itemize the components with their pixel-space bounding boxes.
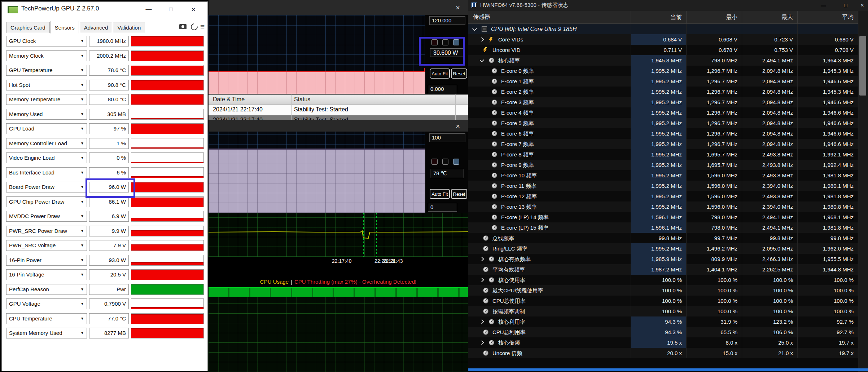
hwinfo-row[interactable]: E-core (LP) 15 频率1,596.1 MHz798.0 MHz2,4… [468, 222, 858, 233]
sensor-select[interactable]: MVDDC Power Draw▼ [6, 211, 87, 222]
log-row[interactable]: 2024/1/21 22:17:40 Stability Test: Start… [209, 105, 468, 115]
sensor-select[interactable]: System Memory Used▼ [6, 328, 87, 338]
hwinfo-row[interactable]: CPU总使用率100.0 %100.0 %100.0 %100.0 % [468, 296, 858, 306]
sensor-select[interactable]: 16-Pin Voltage▼ [6, 269, 87, 280]
hwinfo-row[interactable]: P-core 9 频率1,995.2 MHz1,695.7 MHz2,493.8… [468, 160, 858, 170]
sensor-select[interactable]: GPU Clock▼ [6, 36, 87, 46]
chevron-right-icon[interactable] [479, 278, 484, 282]
column-max[interactable]: 最大 [742, 11, 797, 24]
scrollbar-thumb[interactable] [859, 36, 866, 96]
series-color-swatch[interactable] [431, 159, 438, 165]
series-color-swatch[interactable] [453, 159, 459, 165]
sensor-select[interactable]: Memory Controller Load▼ [6, 138, 87, 149]
hwinfo-row[interactable]: Uncore 倍频20.0 x15.0 x21.0 x19.7 x [468, 348, 858, 358]
annotation-box-cpu-power [419, 37, 465, 66]
autofit-button[interactable]: Auto Fit [430, 189, 450, 199]
hwinfo-row[interactable]: Core VIDs0.684 V0.608 V0.723 V0.680 V [468, 34, 858, 45]
hwinfo-row[interactable]: E-core 6 频率1,995.2 MHz1,296.7 MHz2,094.8… [468, 128, 858, 139]
hwinfo-row[interactable]: CPU [#0]: Intel Core Ultra 9 185H [468, 24, 858, 34]
chevron-right-icon[interactable] [479, 340, 484, 345]
sensor-select[interactable]: Memory Clock▼ [6, 50, 87, 61]
hwinfo-row[interactable]: 核心利用率94.3 %31.9 %123.2 %92.7 % [468, 316, 858, 327]
series-color-swatch[interactable] [442, 159, 448, 165]
power-graph-titlebar[interactable]: × [209, 0, 468, 15]
sensor-select[interactable]: GPU Load▼ [6, 123, 87, 134]
column-average[interactable]: 平均 [797, 11, 858, 24]
hwinfo-row[interactable]: 按需频率调制100.0 %100.0 %100.0 %100.0 % [468, 306, 858, 316]
hwinfo-row[interactable]: E-core 0 频率1,995.2 MHz1,296.7 MHz2,094.8… [468, 66, 858, 76]
sensor-select[interactable]: GPU Chip Power Draw▼ [6, 196, 87, 207]
minimize-button[interactable]: — [819, 1, 828, 10]
hwinfo-row[interactable]: P-core 13 频率1,995.2 MHz1,596.0 MHz2,394.… [468, 201, 858, 212]
hwinfo-row[interactable]: P-core 8 频率1,995.2 MHz1,695.7 MHz2,493.8… [468, 149, 858, 160]
maximize-button[interactable]: □ [841, 1, 850, 10]
hwinfo-row[interactable]: 最大CPU/线程使用率100.0 %100.0 %100.0 %100.0 % [468, 285, 858, 296]
hwinfo-row[interactable]: P-core 11 频率1,995.2 MHz1,596.0 MHz2,394.… [468, 181, 858, 191]
hwinfo-row[interactable]: P-core 10 频率1,995.2 MHz1,596.0 MHz2,493.… [468, 170, 858, 181]
sensor-select[interactable]: Hot Spot▼ [6, 80, 87, 90]
temp-graph-titlebar[interactable]: × [209, 120, 468, 132]
hwinfo-row[interactable]: E-core (LP) 14 频率1,596.1 MHz798.0 MHz2,4… [468, 212, 858, 222]
sensor-select[interactable]: CPU Temperature▼ [6, 313, 87, 324]
hwinfo-row[interactable]: P-core 12 频率1,995.2 MHz1,596.0 MHz2,493.… [468, 191, 858, 201]
hwinfo-row[interactable]: E-core 4 频率1,995.2 MHz1,296.7 MHz2,094.8… [468, 107, 858, 118]
sensor-select[interactable]: Board Power Draw▼ [6, 182, 87, 192]
sensor-select[interactable]: PerfCap Reason▼ [6, 284, 87, 295]
gauge-icon [492, 183, 497, 189]
hwinfo-row[interactable]: E-core 3 频率1,995.2 MHz1,296.7 MHz2,094.8… [468, 97, 858, 107]
gauge-icon [483, 329, 488, 335]
max-value: 2,394.0 MHz [742, 181, 797, 191]
close-icon[interactable]: × [453, 121, 463, 131]
column-min[interactable]: 最小 [686, 11, 742, 24]
sensor-select[interactable]: PWR_SRC Voltage▼ [6, 240, 87, 251]
close-button[interactable]: × [858, 1, 867, 10]
hwinfo-row[interactable]: Ring/LLC 频率1,995.2 MHz1,496.2 MHz2,095.0… [468, 243, 858, 254]
scale-max-input[interactable]: 100 [429, 133, 465, 142]
chevron-right-icon[interactable] [479, 319, 484, 324]
reset-button[interactable]: Reset [451, 189, 467, 199]
hwinfo-row[interactable]: 核心倍频19.5 x8.0 x25.0 x19.7 x [468, 337, 858, 348]
tab-sensors[interactable]: Sensors [51, 21, 79, 34]
hwinfo-row[interactable]: E-core 1 频率1,995.2 MHz1,296.7 MHz2,094.8… [468, 76, 858, 87]
sensor-select[interactable]: Memory Used▼ [6, 109, 87, 120]
sensor-select[interactable]: Memory Temperature▼ [6, 94, 87, 105]
chevron-right-icon[interactable] [479, 257, 484, 261]
autofit-button[interactable]: Auto Fit [430, 68, 450, 79]
hwinfo-row[interactable]: E-core 2 频率1,995.2 MHz1,296.7 MHz2,094.8… [468, 87, 858, 97]
hwinfo-row[interactable]: 核心有效频率1,985.9 MHz809.9 MHz2,466.3 MHz1,9… [468, 254, 858, 264]
hwinfo-row[interactable]: E-core 5 频率1,995.2 MHz1,296.7 MHz2,094.8… [468, 118, 858, 128]
scale-min-input[interactable]: 0.000 [428, 85, 457, 93]
sensor-sparkline [131, 167, 204, 178]
log-row-partial[interactable]: 2024/1/21 22:17:40 Stability Test: Start… [209, 115, 468, 120]
sparkline-fill [131, 182, 203, 192]
hwinfo-row[interactable]: 总线频率99.8 MHz99.7 MHz99.8 MHz99.8 MHz [468, 233, 858, 243]
hwinfo-row[interactable]: CPU总利用率94.3 %65.5 %106.0 %92.7 % [468, 327, 858, 337]
hwinfo-sensor-label: E-core 4 频率 [501, 107, 534, 118]
chevron-right-icon[interactable] [479, 37, 484, 42]
sensor-select[interactable]: Bus Interface Load▼ [6, 167, 87, 178]
scale-max-input[interactable]: 120.000 [429, 16, 465, 25]
sensor-select[interactable]: Video Engine Load▼ [6, 152, 87, 163]
chevron-down-icon[interactable] [472, 26, 477, 31]
column-current[interactable]: 当前 [631, 11, 686, 24]
hwinfo-row[interactable]: 平均有效频率1,987.2 MHz1,404.1 MHz2,262.5 MHz1… [468, 264, 858, 275]
sensor-select[interactable]: PWR_SRC Power Draw▼ [6, 226, 87, 236]
hwinfo-row[interactable]: E-core 7 频率1,995.2 MHz1,296.7 MHz2,094.8… [468, 139, 858, 149]
current-value: 0.684 V [631, 34, 686, 45]
avg-value: 100.0 % [797, 306, 858, 316]
hwinfo-row[interactable]: 核心使用率100.0 %100.0 %100.0 %100.0 % [468, 275, 858, 285]
hwinfo-row[interactable]: 核心频率1,945.3 MHz798.0 MHz2,494.1 MHz1,964… [468, 55, 858, 66]
cpu-usage-header: CPU Usage|CPU Throttling (max 27%) - Ove… [209, 277, 468, 287]
sensor-select[interactable]: GPU Voltage▼ [6, 298, 87, 309]
temp-graph-plot [209, 132, 425, 213]
chevron-down-icon[interactable] [479, 58, 484, 62]
hwinfo-titlebar[interactable]: HWiNFO64 v7.68-5300 - 传感器状态 — □ × [468, 0, 868, 11]
reset-button[interactable]: Reset [451, 68, 467, 79]
close-icon[interactable]: × [453, 3, 463, 12]
sensor-select[interactable]: GPU Temperature▼ [6, 65, 87, 76]
column-sensor[interactable]: 传感器 [473, 13, 490, 21]
current-value: 1,995.2 MHz [631, 128, 686, 139]
hwinfo-row[interactable]: Uncore VID0.711 V0.678 V0.753 V0.708 V [468, 45, 858, 55]
sensor-select[interactable]: 16-Pin Power▼ [6, 255, 87, 266]
scale-min-input[interactable]: 0 [428, 203, 457, 212]
